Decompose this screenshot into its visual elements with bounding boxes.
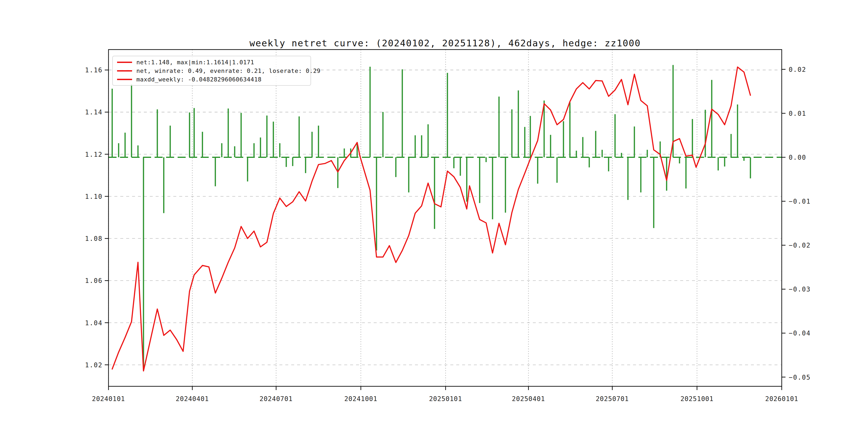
x-tick-label: 20240401	[176, 395, 209, 403]
y-right-tick-label: −0.03	[789, 286, 811, 293]
legend-label-net: net:1.148, max|min:1.1614|1.0171	[136, 59, 254, 66]
chart-title: weekly netret curve: (20240102, 20251128…	[108, 38, 782, 49]
x-tick-label: 20240101	[92, 395, 125, 403]
legend-label-winrate: net, winrate: 0.49, evenrate: 0.21, lose…	[136, 67, 320, 74]
x-tick-label: 20251001	[680, 395, 714, 403]
y-left-tick-label: 1.04	[85, 319, 103, 327]
y-right-tick-label: −0.01	[789, 198, 811, 205]
y-left-tick-label: 1.14	[85, 108, 103, 116]
y-left-tick-label: 1.16	[85, 66, 103, 74]
legend-row-winrate: net, winrate: 0.49, evenrate: 0.21, lose…	[117, 67, 308, 75]
y-right-tick-label: 0.01	[789, 110, 806, 117]
y-left-tick-label: 1.08	[85, 235, 103, 243]
y-left-tick-label: 1.02	[85, 362, 103, 369]
plot-border	[108, 50, 782, 386]
y-right-tick-label: −0.02	[789, 242, 811, 249]
legend-label-maxdd: maxdd_weekly: -0.04828296060634418	[136, 76, 261, 83]
x-tick-label: 20250701	[596, 395, 629, 403]
net-line-swatch	[117, 62, 132, 63]
legend-box: net:1.148, max|min:1.1614|1.0171 net, wi…	[112, 56, 311, 86]
y-right-tick-label: 0.00	[789, 154, 806, 161]
x-tick-label: 20241001	[344, 395, 377, 403]
maxdd-line-swatch	[117, 79, 132, 80]
y-right-tick-label: 0.02	[789, 66, 806, 73]
y-left-tick-label: 1.12	[85, 151, 103, 158]
x-tick-label: 20260101	[765, 395, 798, 403]
x-tick-label: 20240701	[259, 395, 293, 403]
y-right-tick-label: −0.04	[789, 330, 811, 337]
legend-row-net: net:1.148, max|min:1.1614|1.0171	[117, 58, 308, 66]
y-left-tick-label: 1.06	[85, 277, 103, 284]
legend-row-maxdd: maxdd_weekly: -0.04828296060634418	[117, 75, 308, 83]
y-right-tick-label: −0.05	[789, 374, 811, 381]
net-curve-line	[112, 67, 750, 371]
x-tick-label: 20250401	[512, 395, 545, 403]
figure-canvas: 2024010120240401202407012024100120250101…	[0, 0, 868, 434]
x-tick-label: 20250101	[429, 395, 462, 403]
y-left-tick-label: 1.10	[85, 193, 103, 200]
winrate-line-swatch	[117, 70, 132, 71]
